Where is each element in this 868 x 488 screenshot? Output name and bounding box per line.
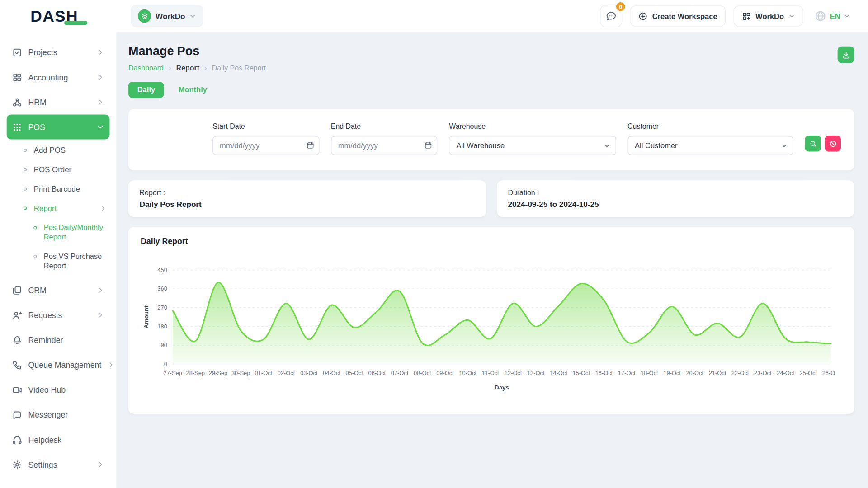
- svg-text:450: 450: [157, 267, 167, 273]
- breadcrumb-separator: ›: [169, 64, 171, 71]
- svg-text:23-Oct: 23-Oct: [754, 370, 772, 376]
- start-date-label: Start Date: [212, 122, 319, 131]
- chat-bubble-icon: [606, 10, 617, 21]
- sidebar-item-helpdesk[interactable]: Helpdesk: [7, 427, 110, 452]
- chevron-right-icon: [99, 205, 106, 212]
- sidebar-item-label: Video Hub: [28, 385, 66, 394]
- svg-text:20-Oct: 20-Oct: [686, 370, 703, 376]
- sidebar-subitem-pos-vs-purchase-report[interactable]: Pos VS Purchase Report: [7, 247, 110, 276]
- svg-text:19-Oct: 19-Oct: [663, 370, 681, 376]
- language-selector[interactable]: EN: [811, 9, 854, 23]
- sidebar-item-settings[interactable]: Settings: [7, 452, 110, 477]
- tab-monthly[interactable]: Monthly: [170, 82, 216, 98]
- sidebar-subitem-label: Pos VS Purchase Report: [44, 252, 106, 271]
- svg-text:03-Oct: 03-Oct: [300, 370, 318, 376]
- sidebar-item-projects[interactable]: Projects: [7, 40, 110, 65]
- summary-row: Report : Daily Pos Report Duration : 202…: [128, 180, 854, 217]
- end-date-label: End Date: [331, 122, 438, 131]
- chevron-right-icon: [97, 49, 104, 56]
- svg-text:360: 360: [157, 285, 167, 292]
- sidebar-item-label: Messenger: [28, 410, 68, 419]
- sidebar-subitem-label: Pos Daily/Monthly Report: [44, 223, 106, 242]
- chevron-right-icon: [97, 311, 104, 319]
- svg-text:14-Oct: 14-Oct: [550, 370, 567, 376]
- messages-button[interactable]: 0: [600, 5, 623, 27]
- svg-text:04-Oct: 04-Oct: [323, 370, 340, 376]
- chevron-down-icon: [844, 13, 850, 19]
- svg-text:0: 0: [164, 361, 167, 367]
- end-date-input[interactable]: [331, 136, 438, 155]
- svg-text:01-Oct: 01-Oct: [255, 370, 273, 376]
- sidebar-item-reminder[interactable]: Reminder: [7, 328, 110, 352]
- clear-filter-icon: [829, 140, 837, 147]
- svg-text:270: 270: [157, 304, 167, 311]
- breadcrumb: Dashboard›Report›Daily Pos Report: [128, 64, 266, 72]
- breadcrumb-item: Daily Pos Report: [212, 64, 266, 72]
- check-square-icon: [12, 47, 22, 57]
- calendar-icon[interactable]: [424, 141, 432, 149]
- sidebar-item-label: CRM: [28, 286, 46, 295]
- sidebar-item-hrm[interactable]: HRM: [7, 89, 110, 114]
- create-workspace-button[interactable]: Create Workspace: [630, 5, 726, 27]
- calendar-icon[interactable]: [306, 141, 314, 149]
- svg-text:02-Oct: 02-Oct: [278, 370, 295, 376]
- sidebar-item-crm[interactable]: CRM: [7, 278, 110, 303]
- breadcrumb-item[interactable]: Report: [176, 64, 199, 72]
- reset-filter-button[interactable]: [825, 136, 841, 152]
- daily-report-card: Daily Report 09018027036045027-Sep28-Sep…: [128, 227, 854, 414]
- svg-text:11-Oct: 11-Oct: [482, 370, 499, 376]
- sidebar: Projects Accounting HRM POS Add POS POS …: [0, 32, 116, 488]
- bell-icon: [12, 335, 22, 345]
- sidebar-item-pos[interactable]: POS: [7, 114, 110, 139]
- logo-dash-accent: [64, 21, 87, 25]
- sidebar-item-label: Helpdesk: [28, 435, 61, 444]
- user-menu-button[interactable]: WorkDo: [733, 5, 803, 27]
- sidebar-item-label: POS: [28, 122, 45, 131]
- language-code: EN: [830, 12, 840, 20]
- nodes-icon: [12, 97, 22, 107]
- sidebar-subitem-report[interactable]: Report: [7, 199, 110, 218]
- sidebar-item-queue-management[interactable]: Queue Management: [7, 352, 110, 377]
- svg-text:21-Oct: 21-Oct: [709, 370, 726, 376]
- gear-icon: [12, 460, 22, 469]
- workspace-selector[interactable]: WorkDo: [131, 5, 203, 27]
- notification-badge: 0: [616, 2, 625, 11]
- report-label: Report :: [140, 189, 475, 197]
- sidebar-item-messenger[interactable]: Messenger: [7, 402, 110, 427]
- svg-text:16-Oct: 16-Oct: [595, 370, 613, 376]
- sidebar-subitem-label: Report: [34, 204, 57, 213]
- report-period-tabs: Daily Monthly: [128, 82, 854, 98]
- start-date-input[interactable]: [212, 136, 319, 155]
- app-logo[interactable]: DASH: [0, 7, 116, 25]
- warehouse-label: Warehouse: [449, 122, 616, 131]
- svg-text:12-Oct: 12-Oct: [505, 370, 522, 376]
- sidebar-item-label: Projects: [28, 48, 57, 57]
- sidebar-item-label: Requests: [28, 311, 62, 320]
- apply-filter-button[interactable]: [805, 136, 821, 152]
- app-root: DASH WorkDo 0 Create Workspace WorkDo: [0, 0, 868, 488]
- sidebar-subitem-print-barcode[interactable]: Print Barcode: [7, 179, 110, 199]
- breadcrumb-item[interactable]: Dashboard: [128, 64, 164, 72]
- sidebar-item-accounting[interactable]: Accounting: [7, 65, 110, 89]
- sidebar-subitem-label: POS Order: [34, 165, 72, 174]
- download-icon: [842, 51, 850, 59]
- svg-text:30-Sep: 30-Sep: [231, 370, 250, 376]
- tab-daily[interactable]: Daily: [128, 82, 164, 98]
- sidebar-subitem-pos-daily-monthly-report[interactable]: Pos Daily/Monthly Report: [7, 218, 110, 247]
- page-title: Manage Pos: [128, 44, 266, 59]
- warehouse-field: Warehouse All Warehouse: [449, 122, 616, 155]
- customer-select[interactable]: All Customer: [627, 136, 793, 155]
- sidebar-subitem-pos-order[interactable]: POS Order: [7, 160, 110, 179]
- sidebar-item-video-hub[interactable]: Video Hub: [7, 377, 110, 402]
- svg-text:15-Oct: 15-Oct: [572, 370, 590, 376]
- warehouse-select[interactable]: All Warehouse: [449, 136, 616, 155]
- workspace-icon: [138, 9, 151, 23]
- sidebar-subitem-add-pos[interactable]: Add POS: [7, 141, 110, 160]
- duration-label: Duration :: [508, 189, 843, 197]
- sidebar-subitem-label: Print Barcode: [34, 184, 80, 194]
- download-button[interactable]: [838, 47, 854, 63]
- y-axis-title: Amount: [143, 305, 150, 328]
- svg-text:05-Oct: 05-Oct: [345, 370, 363, 376]
- sidebar-item-requests[interactable]: Requests: [7, 303, 110, 328]
- globe-icon: [815, 10, 827, 22]
